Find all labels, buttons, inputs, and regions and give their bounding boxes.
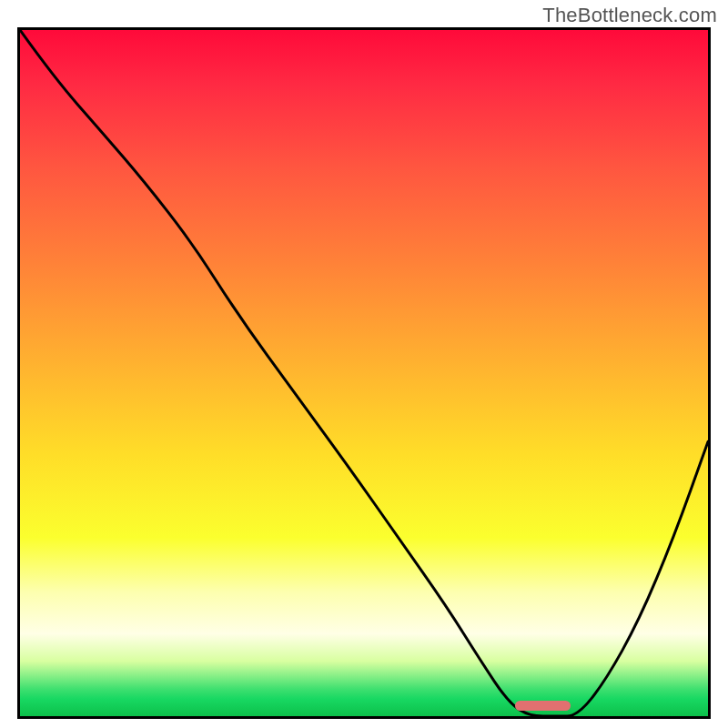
gradient-background [20,30,708,716]
optimal-marker [515,701,570,711]
plot-frame [17,27,711,719]
chart-container: TheBottleneck.com [0,0,728,728]
watermark-text: TheBottleneck.com [542,4,717,27]
